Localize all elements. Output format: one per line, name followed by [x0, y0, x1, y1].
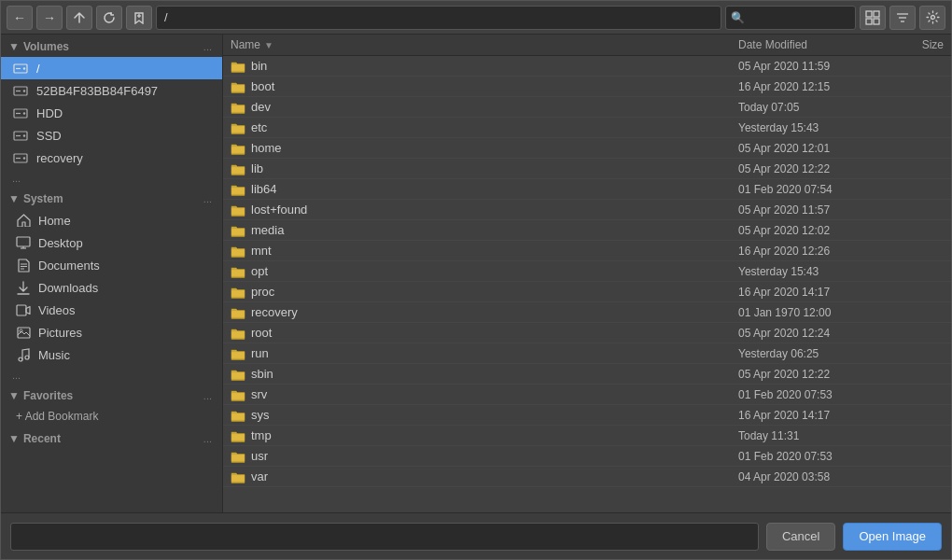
forward-button[interactable]: → [36, 6, 63, 30]
svg-point-11 [23, 67, 25, 69]
recent-section-header[interactable]: ▼ Recent ... [1, 427, 222, 449]
table-row[interactable]: home 05 Apr 2020 12:01 [223, 138, 951, 159]
col-name-header[interactable]: Name ▼ [231, 38, 738, 51]
volume-icon [12, 82, 29, 99]
table-row[interactable]: lost+found 05 Apr 2020 11:57 [223, 200, 951, 220]
table-row[interactable]: mnt 16 Apr 2020 12:26 [223, 241, 951, 261]
table-row[interactable]: run Yesterday 06:25 [223, 343, 951, 364]
file-name: var [231, 469, 738, 483]
table-row[interactable]: opt Yesterday 15:43 [223, 261, 951, 282]
file-name: bin [231, 59, 738, 73]
svg-rect-25 [17, 237, 30, 246]
folder-icon [231, 409, 245, 422]
folder-icon [231, 60, 245, 73]
table-row[interactable]: bin 05 Apr 2020 11:59 [223, 56, 951, 77]
file-name-text: lib64 [251, 182, 276, 196]
svg-point-20 [23, 134, 25, 136]
sidebar-item-downloads[interactable]: Downloads [1, 276, 222, 299]
file-name: srv [231, 387, 738, 401]
file-date: Today 11:31 [738, 429, 888, 442]
bookmark-add-button[interactable] [126, 6, 152, 30]
table-row[interactable]: sbin 05 Apr 2020 12:22 [223, 364, 951, 385]
folder-icon [231, 224, 245, 237]
up-button[interactable] [66, 6, 92, 30]
file-name-text: mnt [251, 244, 272, 258]
svg-point-9 [931, 16, 934, 20]
file-date: 05 Apr 2020 12:22 [738, 368, 888, 381]
table-row[interactable]: lib 05 Apr 2020 12:22 [223, 159, 951, 179]
sidebar-item-label: Downloads [38, 281, 98, 295]
table-row[interactable]: recovery 01 Jan 1970 12:00 [223, 302, 951, 323]
sidebar-item-documents[interactable]: Documents [1, 254, 222, 276]
file-name-text: media [251, 223, 284, 237]
table-row[interactable]: etc Yesterday 15:43 [223, 118, 951, 138]
sort-icon: ▼ [264, 40, 273, 50]
col-size-header[interactable]: Size [888, 38, 944, 51]
cancel-button[interactable]: Cancel [766, 523, 835, 551]
folder-icon [231, 265, 245, 278]
volumes-section-header[interactable]: ▼ Volumes ... [1, 35, 222, 57]
table-row[interactable]: root 05 Apr 2020 12:24 [223, 323, 951, 343]
back-button[interactable]: ← [7, 6, 33, 30]
system-more-button[interactable]: ... [201, 192, 215, 205]
table-row[interactable]: srv 01 Feb 2020 07:53 [223, 385, 951, 405]
add-bookmark-button[interactable]: + Add Bookmark [1, 406, 222, 427]
table-row[interactable]: lib64 01 Feb 2020 07:54 [223, 179, 951, 200]
table-row[interactable]: boot 16 Apr 2020 12:15 [223, 77, 951, 97]
system-show-more[interactable]: ... [12, 370, 21, 381]
view-toggle-button[interactable] [860, 6, 886, 30]
filter-button[interactable] [889, 6, 916, 30]
sidebar-item-pictures[interactable]: Pictures [1, 321, 222, 343]
settings-button[interactable] [919, 6, 945, 30]
recent-label: Recent [23, 432, 61, 445]
file-name: root [231, 326, 738, 340]
table-row[interactable]: media 05 Apr 2020 12:02 [223, 220, 951, 241]
favorites-section-header[interactable]: ▼ Favorites ... [1, 384, 222, 406]
sidebar-item-home[interactable]: Home [1, 209, 222, 231]
sidebar-item-music[interactable]: Music [1, 343, 222, 366]
volume-item-recovery[interactable]: recovery [1, 147, 222, 169]
sidebar-item-desktop[interactable]: Desktop [1, 231, 222, 254]
file-name-text: etc [251, 120, 267, 134]
sidebar-item-videos[interactable]: Videos [1, 299, 222, 321]
sidebar-item-label: Desktop [38, 236, 83, 250]
open-button[interactable]: Open Image [843, 523, 942, 551]
volume-item-hdd[interactable]: HDD [1, 102, 222, 124]
file-name: media [231, 223, 738, 237]
file-list: bin 05 Apr 2020 11:59 boot 16 Apr 2020 1… [223, 56, 951, 512]
favorites-more-button[interactable]: ... [201, 389, 215, 402]
col-date-header[interactable]: Date Modified [738, 38, 888, 51]
system-section-header[interactable]: ▼ System ... [1, 187, 222, 209]
volumes-show-more[interactable]: ... [12, 173, 21, 184]
file-date: 05 Apr 2020 12:24 [738, 327, 888, 340]
search-input[interactable] [725, 6, 856, 30]
refresh-button[interactable] [96, 6, 122, 30]
file-name: mnt [231, 244, 738, 258]
svg-rect-3 [874, 11, 879, 17]
main-area: ▼ Volumes ... / 52BB4F83BB84F6497 [1, 35, 951, 512]
folder-icon [231, 388, 245, 401]
volume-item-root[interactable]: / [1, 57, 222, 79]
path-input[interactable] [156, 6, 721, 30]
sidebar-item-label: Videos [38, 303, 76, 317]
svg-rect-4 [866, 19, 872, 24]
folder-icon [231, 101, 245, 114]
file-name-text: bin [251, 59, 267, 73]
table-row[interactable]: sys 16 Apr 2020 14:17 [223, 405, 951, 426]
table-row[interactable]: var 04 Apr 2020 03:58 [223, 467, 951, 487]
filename-input[interactable] [10, 523, 759, 551]
downloads-icon [16, 280, 31, 295]
table-row[interactable]: proc 16 Apr 2020 14:17 [223, 282, 951, 302]
volumes-more-button[interactable]: ... [201, 40, 215, 53]
file-name-text: sys [251, 408, 270, 422]
table-row[interactable]: tmp Today 11:31 [223, 426, 951, 446]
videos-icon [16, 302, 31, 317]
volume-item-52bb[interactable]: 52BB4F83BB84F6497 [1, 79, 222, 102]
table-row[interactable]: dev Today 07:05 [223, 97, 951, 118]
sidebar: ▼ Volumes ... / 52BB4F83BB84F6497 [1, 35, 223, 512]
volumes-chevron: ▼ [8, 40, 20, 53]
recent-more-button[interactable]: ... [201, 432, 215, 445]
table-row[interactable]: usr 01 Feb 2020 07:53 [223, 446, 951, 467]
volume-item-ssd[interactable]: SSD [1, 124, 222, 147]
file-dialog: ← → 🔍 [0, 0, 952, 560]
